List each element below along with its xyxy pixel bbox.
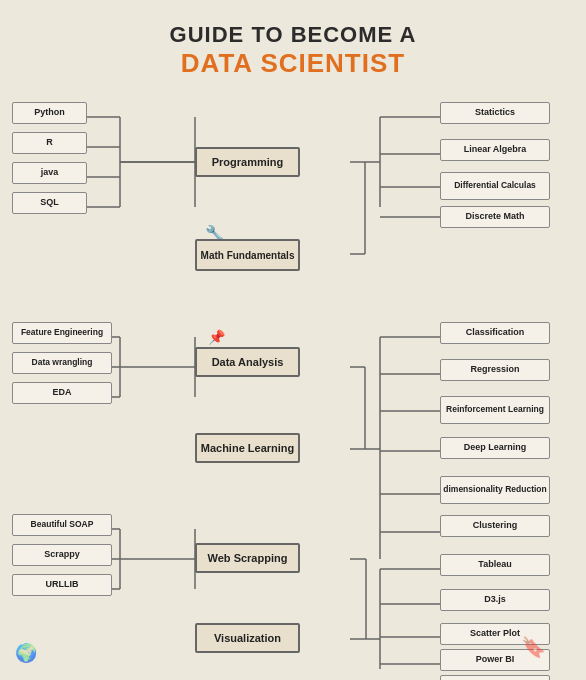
box-python: Python	[12, 102, 87, 124]
box-data-analysis: Data Analysis	[195, 347, 300, 377]
box-math: Math Fundamentals	[195, 239, 300, 271]
box-tableau: Tableau	[440, 554, 550, 576]
box-ggplot2: Ggplot2	[440, 675, 550, 680]
box-deep-learning: Deep Learning	[440, 437, 550, 459]
box-sql: SQL	[12, 192, 87, 214]
box-beautiful-soap: Beautiful SOAP	[12, 514, 112, 536]
box-visualization: Visualization	[195, 623, 300, 653]
title-section: GUIDE TO BECOME A DATA SCIENTIST	[10, 10, 576, 79]
box-r: R	[12, 132, 87, 154]
box-urllib: URLLIB	[12, 574, 112, 596]
box-programming: Programming	[195, 147, 300, 177]
chart-container: Python R java SQL Programming 🔧 Math Fun…	[10, 89, 576, 679]
title-line1: GUIDE TO BECOME A	[10, 22, 576, 48]
box-clustering: Clustering	[440, 515, 550, 537]
box-regression: Regression	[440, 359, 550, 381]
box-eda: EDA	[12, 382, 112, 404]
box-classification: Classification	[440, 322, 550, 344]
box-web-scrapping: Web Scrapping	[195, 543, 300, 573]
box-reinforcement: Reinforcement Learning	[440, 396, 550, 424]
box-dimensionality: dimensionality Reduction	[440, 476, 550, 504]
page: GUIDE TO BECOME A DATA SCIENTIST	[0, 0, 586, 680]
stamp-icon: 🔖	[521, 635, 546, 659]
box-scrappy: Scrappy	[12, 544, 112, 566]
globe-icon: 🌍	[15, 642, 37, 664]
title-line2: DATA SCIENTIST	[10, 48, 576, 79]
box-differential: Differential Calculas	[440, 172, 550, 200]
box-d3js: D3.js	[440, 589, 550, 611]
box-ml: Machine Learning	[195, 433, 300, 463]
pin-icon: 📌	[208, 329, 225, 345]
box-feature-eng: Feature Engineering	[12, 322, 112, 344]
box-data-wrangling: Data wrangling	[12, 352, 112, 374]
box-statistics: Statictics	[440, 102, 550, 124]
box-linear-algebra: Linear Algebra	[440, 139, 550, 161]
box-discrete-math: Discrete Math	[440, 206, 550, 228]
box-java: java	[12, 162, 87, 184]
